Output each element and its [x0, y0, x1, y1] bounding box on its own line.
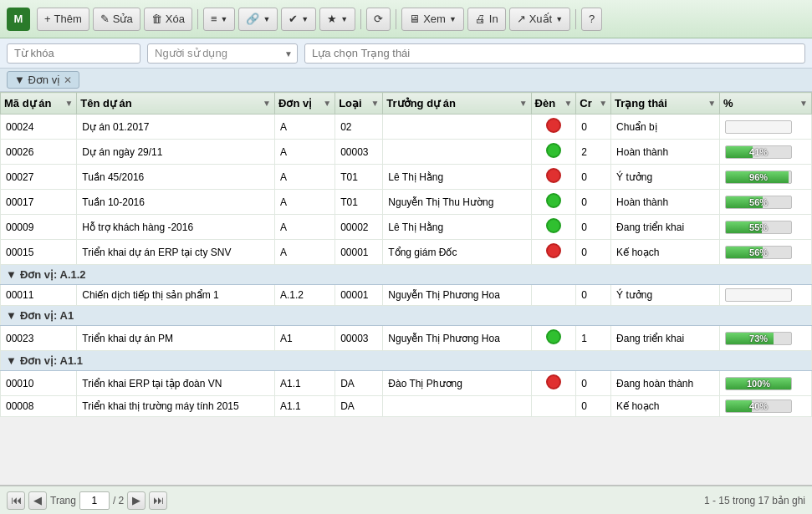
cell-ten-du-an: Triển khai dự án ERP tại cty SNV	[77, 240, 275, 265]
data-table: Mã dự án ▼ Tên dự án ▼ Đơn vị ▼	[0, 92, 812, 417]
cell-truong-du-an: Lê Thị Hằng	[383, 165, 531, 190]
user-select[interactable]: Người sử dụng	[147, 43, 298, 64]
edit-button[interactable]: ✎ Sửa	[93, 8, 140, 31]
cell-ten-du-an: Dự án ngày 29/11	[77, 140, 275, 165]
cell-truong-du-an: Nguyễn Thị Thu Hường	[383, 190, 531, 215]
table-row[interactable]: 00027Tuần 45/2016AT01Lê Thị Hằng0Ý tưởng…	[1, 165, 812, 190]
export-dropdown-icon: ▼	[555, 15, 563, 23]
col-cr-filter-icon[interactable]: ▼	[599, 99, 607, 108]
app-logo: M	[7, 8, 30, 31]
col-ten-du-an-filter-icon[interactable]: ▼	[263, 99, 271, 108]
add-label: Thêm	[54, 13, 82, 25]
page-prev-button[interactable]: ◀	[28, 491, 47, 510]
group-row-arrow: ▼	[6, 268, 17, 281]
progress-bar-text: 56%	[726, 247, 791, 258]
status-dot-red	[546, 374, 561, 389]
col-loai-filter-icon[interactable]: ▼	[370, 99, 379, 108]
view-dropdown-icon: ▼	[449, 15, 457, 23]
cell-den	[531, 115, 576, 140]
cell-don-vi: A.1.2	[275, 285, 335, 306]
sep4	[575, 9, 576, 29]
table-row[interactable]: 00009Hỗ trợ khách hàng -2016A00002Lê Thị…	[1, 215, 812, 240]
col-truong-du-an-filter-icon[interactable]: ▼	[519, 99, 528, 108]
cell-cr: 0	[576, 165, 611, 190]
cell-pct: 96%	[720, 165, 812, 190]
table-row[interactable]: 00024Dự án 01.2017A020Chuẩn bị	[1, 115, 812, 140]
keyword-input[interactable]	[7, 43, 140, 64]
cell-don-vi: A	[275, 190, 335, 215]
progress-bar-wrapper: 56%	[725, 196, 792, 209]
page-last-button[interactable]: ⏭	[149, 491, 167, 510]
table-row[interactable]: 00026Dự án ngày 29/11A000032Hoàn thành 4…	[1, 140, 812, 165]
record-count: 1 - 15 trong 17 bản ghi	[704, 495, 805, 506]
status-filter-input[interactable]	[304, 43, 805, 64]
view-button[interactable]: 🖥 Xem ▼	[401, 8, 464, 31]
cell-truong-du-an: Đào Thị Phương	[383, 371, 531, 396]
cell-ten-du-an: Triển khai dự án PM	[77, 326, 275, 351]
sep1	[197, 9, 198, 29]
cell-don-vi: A1.1	[275, 396, 335, 417]
col-trang-thai-filter-icon[interactable]: ▼	[707, 99, 716, 108]
col-den-filter-icon[interactable]: ▼	[564, 99, 572, 108]
help-button[interactable]: ?	[581, 8, 602, 31]
cell-loai: 00001	[335, 240, 383, 265]
toolbar: M + Thêm ✎ Sửa 🗑 Xóa ≡ ▼ 🔗 ▼ ✔ ▼ ★ ▼	[0, 0, 812, 38]
view-label: Xem	[423, 13, 446, 25]
export-button[interactable]: ↗ Xuất ▼	[509, 8, 570, 31]
cell-den	[531, 396, 576, 417]
table-row[interactable]: 00011Chiến dịch tiếp thị sản phẩm 1A.1.2…	[1, 285, 812, 306]
table-row[interactable]: 00010Triển khai ERP tại tập đoàn VNA1.1D…	[1, 371, 812, 396]
table-row[interactable]: 00017Tuần 10-2016AT01Nguyễn Thị Thu Hườn…	[1, 190, 812, 215]
cell-trang-thai: Đang triển khai	[611, 326, 720, 351]
delete-label: Xóa	[166, 13, 185, 25]
print-button[interactable]: 🖨 In	[467, 8, 506, 31]
progress-bar-text: 56%	[726, 196, 791, 208]
col-ma-du-an: Mã dự án ▼	[1, 93, 77, 115]
star-dropdown-icon: ▼	[340, 15, 348, 23]
check-dropdown-icon: ▼	[301, 15, 309, 23]
cell-pct: 56%	[720, 190, 812, 215]
table-row[interactable]: 00023Triển khai dự án PMA100003Nguyễn Th…	[1, 326, 812, 351]
col-trang-thai: Trạng thái ▼	[611, 93, 720, 115]
col-ma-du-an-filter-icon[interactable]: ▼	[64, 99, 73, 108]
refresh-button[interactable]: ⟳	[366, 8, 391, 31]
cell-trang-thai: Đang hoàn thành	[611, 371, 720, 396]
table-row[interactable]: ▼Đơn vị: A1.1	[1, 351, 812, 371]
link-dropdown-icon: ▼	[263, 15, 270, 23]
table-row[interactable]: ▼Đơn vị: A1	[1, 306, 812, 326]
check-button[interactable]: ✔ ▼	[281, 8, 316, 31]
page-next-button[interactable]: ▶	[127, 491, 146, 510]
table-row[interactable]: 00008Triển khai thị trường máy tính 2015…	[1, 396, 812, 417]
add-button[interactable]: + Thêm	[37, 8, 89, 31]
delete-button[interactable]: 🗑 Xóa	[144, 8, 192, 31]
export-label: Xuất	[529, 13, 553, 25]
cell-cr: 0	[576, 240, 611, 265]
progress-bar-text: 96%	[726, 171, 791, 183]
link-button[interactable]: 🔗 ▼	[238, 8, 278, 31]
col-pct-filter-icon[interactable]: ▼	[799, 99, 808, 108]
cell-ma-du-an: 00026	[1, 140, 77, 165]
cell-trang-thai: Kế hoạch	[611, 396, 720, 417]
group-row-arrow: ▼	[6, 309, 17, 322]
cell-loai: 00002	[335, 215, 383, 240]
page-number-input[interactable]	[79, 491, 110, 510]
table-row[interactable]: 00015Triển khai dự án ERP tại cty SNVA00…	[1, 240, 812, 265]
col-truong-du-an: Trưởng dự án ▼	[383, 93, 531, 115]
cell-don-vi: A	[275, 215, 335, 240]
page-first-button[interactable]: ⏮	[7, 491, 25, 510]
cell-don-vi: A	[275, 140, 335, 165]
edit-icon: ✎	[100, 13, 110, 25]
col-don-vi-filter-icon[interactable]: ▼	[323, 99, 331, 108]
group-row-label: Đơn vị: A.1.2	[20, 268, 86, 281]
table-row[interactable]: ▼Đơn vị: A.1.2	[1, 265, 812, 285]
progress-bar-text: 41%	[726, 146, 791, 158]
menu-button[interactable]: ≡ ▼	[203, 8, 236, 31]
edit-label: Sửa	[113, 13, 133, 25]
cell-den	[531, 190, 576, 215]
page-label: Trang	[50, 495, 76, 506]
page-first-icon: ⏮	[11, 494, 22, 506]
status-dot-green	[546, 193, 561, 208]
star-button[interactable]: ★ ▼	[319, 8, 355, 31]
cell-truong-du-an: Nguyễn Thị Phương Hoa	[383, 285, 531, 306]
group-tag-close-button[interactable]: ✕	[64, 74, 72, 86]
